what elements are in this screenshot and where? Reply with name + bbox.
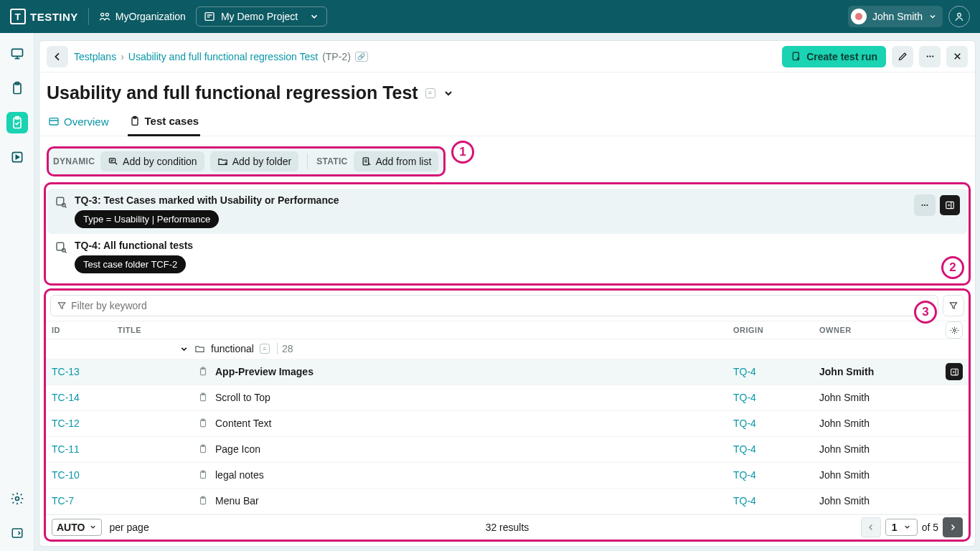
gear-icon xyxy=(950,326,959,335)
person-icon xyxy=(954,11,964,22)
row-origin[interactable]: TQ-4 xyxy=(733,366,819,377)
user-name: John Smith xyxy=(872,11,923,22)
row-open-button[interactable] xyxy=(946,363,963,380)
filter-options-button[interactable] xyxy=(943,295,964,316)
table-row[interactable]: TC-11 Page Icon TQ-4 John Smith xyxy=(46,437,969,463)
tab-testcases[interactable]: Test cases xyxy=(128,108,201,136)
next-page-button[interactable] xyxy=(943,517,963,537)
group-more-button[interactable] xyxy=(914,194,936,216)
svg-point-1 xyxy=(105,13,108,16)
row-id[interactable]: TC-11 xyxy=(52,443,118,455)
add-from-list-button[interactable]: Add from list xyxy=(354,151,439,171)
filter-icon xyxy=(108,156,118,167)
table-row[interactable]: TC-14 Scroll to Top TQ-4 John Smith xyxy=(46,385,969,411)
page-title: Usability and full functional regression… xyxy=(47,83,418,103)
col-id[interactable]: ID xyxy=(52,326,118,334)
columns-settings-button[interactable] xyxy=(946,321,963,339)
brand-label: TESTINY xyxy=(30,11,78,23)
close-icon xyxy=(952,51,963,62)
query-group-tq3[interactable]: TQ-3: Test Cases marked with Usability o… xyxy=(47,189,967,234)
nav-settings[interactable] xyxy=(6,488,28,509)
row-id[interactable]: TC-14 xyxy=(52,392,118,403)
clipboard-icon xyxy=(129,116,141,127)
group-tag: Test case folder TCF-2 xyxy=(75,255,186,273)
table-row[interactable]: TC-7 Menu Bar TQ-4 John Smith xyxy=(46,489,969,514)
folder-row[interactable]: functional ≡ 28 xyxy=(46,339,969,359)
chevron-down-icon[interactable] xyxy=(443,88,454,99)
svg-point-15 xyxy=(932,55,933,57)
add-by-folder-button[interactable]: Add by folder xyxy=(210,151,299,171)
breadcrumb: Testplans › Usability and full functiona… xyxy=(74,51,368,62)
gear-icon xyxy=(10,491,24,506)
breadcrumb-root[interactable]: Testplans xyxy=(74,51,116,62)
title-row: Usability and full functional regression… xyxy=(39,72,975,108)
arrow-left-icon xyxy=(52,51,63,62)
row-id[interactable]: TC-13 xyxy=(52,366,118,377)
folder-icon xyxy=(194,344,205,354)
annotation-2: 2 xyxy=(941,256,964,279)
filter-input-wrapper[interactable] xyxy=(50,295,938,316)
topbar-right: John Smith xyxy=(848,6,970,27)
chevron-down-icon[interactable] xyxy=(179,344,189,354)
nav-runs[interactable] xyxy=(6,146,28,168)
edit-button[interactable] xyxy=(892,46,913,67)
panel-right-icon xyxy=(945,200,955,210)
group-tag: Type = Usability | Performance xyxy=(75,210,219,228)
row-origin[interactable]: TQ-4 xyxy=(733,418,819,429)
svg-rect-16 xyxy=(50,118,58,124)
org-label: MyOrganization xyxy=(116,11,186,22)
row-origin[interactable]: TQ-4 xyxy=(733,495,819,507)
query-group-tq4[interactable]: TQ-4: All functional tests Test case fol… xyxy=(47,234,967,279)
col-owner[interactable]: OWNER xyxy=(819,326,934,334)
create-test-run-button[interactable]: Create test run xyxy=(782,46,886,67)
row-origin[interactable]: TQ-4 xyxy=(733,392,819,403)
table-row[interactable]: TC-10 legal notes TQ-4 John Smith xyxy=(46,463,969,489)
funnel-icon xyxy=(948,301,958,311)
nav-collapse[interactable] xyxy=(6,522,28,544)
nav-testcases[interactable] xyxy=(6,77,28,99)
clipboard-icon xyxy=(198,444,208,454)
nav-dashboard[interactable] xyxy=(6,43,28,65)
breadcrumb-page[interactable]: Usability and full functional regression… xyxy=(128,51,318,62)
col-title[interactable]: TITLE xyxy=(118,326,733,334)
filter-input[interactable] xyxy=(71,300,932,311)
more-button[interactable] xyxy=(919,46,941,67)
table-row[interactable]: TC-13 App-Preview Images TQ-4 John Smith xyxy=(46,359,969,385)
row-origin[interactable]: TQ-4 xyxy=(733,443,819,455)
topbar: T TESTINY MyOrganization My Demo Project… xyxy=(0,0,980,33)
chevron-down-icon xyxy=(89,523,97,531)
group-open-button[interactable] xyxy=(940,195,960,215)
row-id[interactable]: TC-12 xyxy=(52,418,118,429)
separator xyxy=(307,154,308,169)
chevron-right-icon xyxy=(948,523,957,532)
link-icon[interactable]: 🔗 xyxy=(355,52,368,62)
add-by-condition-button[interactable]: Add by condition xyxy=(100,151,204,171)
svg-point-29 xyxy=(953,329,955,331)
chevron-down-icon xyxy=(903,523,911,531)
folder-icon xyxy=(217,156,228,167)
account-button[interactable] xyxy=(948,6,970,27)
row-owner: John Smith xyxy=(819,495,934,507)
row-title: Scroll to Top xyxy=(215,392,270,403)
pagesize-select[interactable]: AUTO xyxy=(52,519,102,536)
page-select[interactable]: 1 xyxy=(885,519,918,536)
nav-testplans[interactable] xyxy=(6,112,28,133)
col-origin[interactable]: ORIGIN xyxy=(733,326,819,334)
row-id[interactable]: TC-7 xyxy=(52,495,118,507)
avatar xyxy=(851,9,867,24)
user-menu[interactable]: John Smith xyxy=(848,6,943,27)
monitor-icon xyxy=(10,47,24,61)
project-selector[interactable]: My Demo Project xyxy=(196,6,327,27)
tab-overview[interactable]: Overview xyxy=(47,108,110,136)
row-owner: John Smith xyxy=(819,443,934,455)
brand-logo[interactable]: T TESTINY xyxy=(10,9,78,24)
row-origin[interactable]: TQ-4 xyxy=(733,469,819,481)
prev-page-button[interactable] xyxy=(861,517,881,537)
close-button[interactable] xyxy=(946,46,968,67)
row-id[interactable]: TC-10 xyxy=(52,469,118,481)
query-icon xyxy=(55,241,67,254)
pencil-icon xyxy=(897,51,908,62)
back-button[interactable] xyxy=(47,46,68,67)
org-switcher[interactable]: MyOrganization xyxy=(99,11,186,22)
table-row[interactable]: TC-12 Content Text TQ-4 John Smith xyxy=(46,411,969,437)
